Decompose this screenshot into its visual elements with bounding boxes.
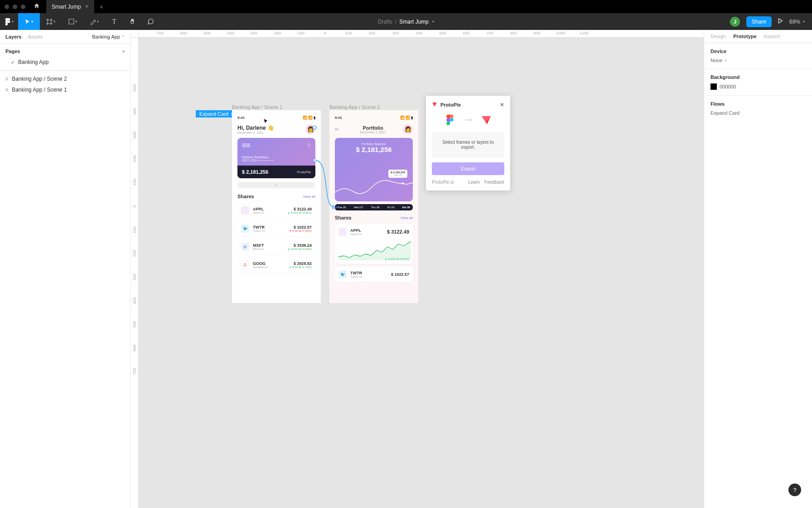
macos-titlebar: Smart Jump ✕ +: [0, 0, 812, 13]
divider: [0, 70, 130, 71]
frame-icon: #: [5, 76, 8, 82]
page-title: Portfolio: [343, 125, 403, 131]
new-tab-button[interactable]: +: [100, 3, 103, 10]
move-tool[interactable]: ▾: [18, 13, 40, 30]
flow-item[interactable]: Expand Card: [710, 110, 806, 116]
svg-rect-1: [69, 19, 74, 24]
date-strip: Tue 26Wed 27Thu 28Fri 29Sat 30: [335, 204, 413, 210]
learn-link[interactable]: Learn: [469, 180, 480, 185]
add-page-button[interactable]: +: [122, 49, 125, 54]
twtr-icon: 🐦: [241, 225, 249, 233]
logo-transfer-graphic: ⟶: [432, 114, 504, 125]
tab-inspect[interactable]: Inspect: [764, 34, 780, 39]
right-panel: Design Prototype Inspect Device None▾ Ba…: [704, 30, 812, 508]
ruler-horizontal: -700 -600 -500 -400 -300 -200 -100 0 100…: [139, 30, 704, 38]
ruler-vertical: -500 -400 -300 -200 -100 0 100 200 300 4…: [131, 38, 139, 508]
pen-tool[interactable]: ▾: [83, 13, 105, 30]
page-item[interactable]: ✓ Banking App: [0, 57, 130, 68]
breadcrumb[interactable]: Drafts / Smart Jump ▾: [378, 19, 434, 25]
user-avatar[interactable]: J: [730, 17, 740, 27]
chart-tooltip: $ 2,162,245 Dec 30: [388, 170, 407, 178]
traffic-lights[interactable]: [5, 5, 25, 9]
page-selector[interactable]: Banking App ⌃: [92, 34, 125, 39]
appl-icon: [241, 206, 249, 215]
close-button[interactable]: ✕: [500, 102, 504, 108]
layer-frame-item[interactable]: # Banking App / Scene 1: [0, 84, 130, 95]
protopie-plugin-panel[interactable]: ProtoPie ✕ ⟶: [426, 96, 510, 190]
left-panel: Layers Assets Banking App ⌃ Pages + ✓ Ba…: [0, 30, 131, 508]
ruler-corner: [131, 30, 139, 38]
protopie-logo-large-icon: [481, 114, 492, 125]
hand-tool[interactable]: [123, 13, 141, 30]
phone-status-bar: 9:41📶 📶 ▮: [237, 116, 315, 120]
drafts-folder[interactable]: Drafts: [378, 19, 392, 25]
help-button[interactable]: ?: [788, 484, 801, 496]
svg-point-5: [450, 118, 454, 122]
add-card-button: +: [237, 182, 315, 188]
canvas[interactable]: -700 -600 -500 -400 -300 -200 -100 0 100…: [131, 30, 704, 508]
zoom-control[interactable]: 68%▾: [789, 19, 805, 25]
text-tool[interactable]: T: [105, 13, 123, 30]
share-card-large: APPL Apple Inc. $ 3122.49 ▲ $ 223.30 (0.…: [335, 224, 413, 264]
share-button[interactable]: Share: [746, 16, 772, 27]
arrow-right-icon: ⟶: [464, 117, 472, 123]
artboard-scene-2[interactable]: 9:41📶 📶 ▮ ‹○ Portfolio December 2, 2021 …: [329, 110, 418, 303]
export-instruction: Select frames or layers to export.: [432, 132, 504, 158]
frame-label[interactable]: Banking App / Scene 1: [232, 104, 282, 110]
present-button[interactable]: [778, 18, 783, 25]
device-section-title: Device: [710, 49, 806, 54]
home-icon[interactable]: [34, 3, 40, 10]
phone-status-bar: 9:41📶 📶 ▮: [335, 116, 413, 120]
feedback-link[interactable]: Feedback: [484, 180, 504, 185]
card-chip-icon: ▥▥: [242, 142, 311, 147]
date-text: December 2, 2021: [237, 131, 274, 134]
figma-logo-icon: [445, 114, 455, 125]
tab-assets[interactable]: Assets: [28, 34, 43, 39]
flows-section-title: Flows: [710, 101, 806, 107]
apple-icon: [338, 228, 347, 236]
greeting-text: Hi, Darlene 👋: [237, 125, 274, 131]
portfolio-card: Portfolio Balance $ 2,181,256 $ 2,162,24…: [335, 138, 413, 201]
msft-icon: ⊞: [241, 243, 249, 251]
layer-frame-item[interactable]: # Banking App / Scene 2: [0, 73, 130, 84]
tab-layers[interactable]: Layers: [5, 34, 21, 39]
share-row: 🐦 TWTRTwitter Inc. $ 1022.57▼ $ 56.30 (0…: [237, 221, 315, 236]
tab-label: Smart Jump: [52, 4, 81, 10]
export-button[interactable]: Export: [432, 162, 504, 175]
file-tab[interactable]: Smart Jump ✕: [46, 0, 94, 13]
user-avatar: 👩: [305, 124, 315, 134]
share-row: G GOOGAlphabet Inc. $ 2928.82▲ $ 50.68 (…: [237, 257, 315, 273]
back-icon: ‹○: [335, 127, 338, 132]
toolbar: ▾ ▾ ▾ ▾ ▾ T Drafts / Smart Jump ▾ J Shar…: [0, 13, 812, 30]
figma-menu-button[interactable]: ▾: [0, 13, 18, 30]
svg-point-0: [8, 20, 10, 23]
goog-icon: G: [241, 261, 249, 269]
background-color-field[interactable]: 000000: [710, 83, 806, 90]
check-icon: ✓: [11, 60, 14, 65]
user-avatar: 👩: [403, 124, 413, 134]
device-dropdown[interactable]: None▾: [710, 58, 806, 63]
share-row: 🐦 TWTR Twitter Inc. $ 1022.57: [335, 267, 413, 282]
comment-tool[interactable]: [141, 13, 160, 30]
tab-design[interactable]: Design: [710, 34, 726, 39]
artboard-scene-1[interactable]: 9:41📶 📶 ▮ Hi, Darlene 👋 December 2, 2021…: [232, 110, 321, 303]
contactless-icon: ⟩⟩: [307, 142, 311, 147]
background-section-title: Background: [710, 74, 806, 80]
frame-tool[interactable]: ▾: [40, 13, 62, 30]
frame-icon: #: [5, 87, 8, 93]
credit-card: ▥▥ ⟩⟩ Darlene Robertson 6253 1354 • • • …: [237, 138, 315, 178]
share-row: ⊞ MSFTMicrosoft $ 3336.24▲ $ 923.30 (3.2…: [237, 239, 315, 254]
close-icon[interactable]: ✕: [85, 4, 89, 10]
protopie-site-link[interactable]: ProtoPie.io: [432, 180, 454, 185]
file-name[interactable]: Smart Jump: [399, 19, 429, 25]
color-swatch[interactable]: [710, 83, 717, 90]
protopie-logo-icon: [432, 102, 437, 108]
twitter-icon: 🐦: [338, 270, 347, 278]
chevron-down-icon[interactable]: ▾: [432, 20, 434, 24]
pages-title: Pages: [5, 49, 20, 54]
share-row: APPLApple Inc. $ 3122.49▲ $ 223.30 (0.80…: [237, 203, 315, 218]
shape-tool[interactable]: ▾: [62, 13, 83, 30]
tab-prototype[interactable]: Prototype: [733, 34, 756, 39]
frame-label[interactable]: Banking App / Scene 2: [329, 104, 380, 110]
svg-point-2: [402, 182, 404, 184]
